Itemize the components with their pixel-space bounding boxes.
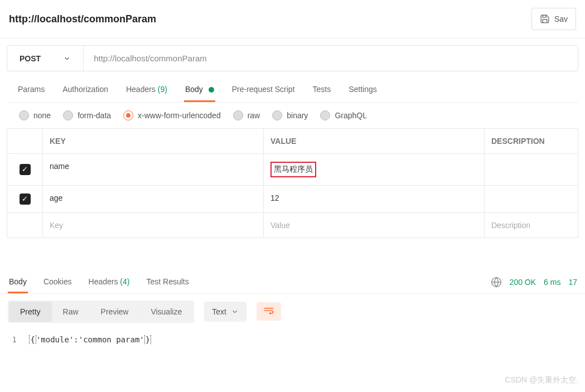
table-new-row[interactable]: Key Value Description	[7, 213, 578, 238]
code-line: {'module':'common param'}	[29, 335, 151, 344]
body-type-radios: none form-data x-www-form-urlencoded raw…	[7, 103, 578, 128]
param-key-input[interactable]: name	[43, 154, 264, 185]
view-preview[interactable]: Preview	[90, 302, 140, 322]
body-modified-dot-icon	[209, 87, 214, 93]
resp-tab-headers[interactable]: Headers (4)	[88, 272, 131, 293]
save-icon	[540, 14, 550, 24]
body-type-raw[interactable]: raw	[233, 110, 260, 120]
save-label: Sav	[554, 14, 568, 23]
resp-headers-label: Headers	[89, 277, 118, 286]
tab-body-label: Body	[185, 85, 203, 94]
header-checkbox-col	[7, 129, 43, 153]
body-type-formdata[interactable]: form-data	[63, 110, 111, 120]
body-type-urlencoded[interactable]: x-www-form-urlencoded	[123, 110, 221, 120]
body-type-graphql[interactable]: GraphQL	[320, 110, 367, 120]
table-row: ✓ age 12	[7, 186, 578, 213]
resp-tab-results[interactable]: Test Results	[145, 272, 190, 293]
param-key-input[interactable]: age	[43, 186, 264, 212]
view-visualize[interactable]: Visualize	[139, 302, 193, 322]
save-button[interactable]: Sav	[531, 8, 576, 30]
header-key: KEY	[43, 129, 264, 153]
header-desc: DESCRIPTION	[485, 129, 578, 153]
request-url-input[interactable]: http://localhost/commonParam	[84, 46, 578, 71]
http-method-select[interactable]: POST	[7, 46, 84, 71]
status-time: 6 ms	[544, 278, 560, 287]
row-checkbox[interactable]: ✓	[20, 164, 31, 175]
chevron-down-icon	[63, 55, 71, 62]
tab-headers-label: Headers	[126, 85, 156, 94]
resp-tab-cookies[interactable]: Cookies	[42, 272, 73, 293]
line-number: 1	[8, 335, 25, 344]
param-desc-input[interactable]	[485, 154, 578, 185]
globe-icon[interactable]	[491, 277, 502, 288]
param-desc-placeholder[interactable]: Description	[485, 213, 578, 238]
form-params-table: KEY VALUE DESCRIPTION ✓ name 黑马程序员 ✓ age…	[7, 128, 578, 238]
resp-headers-count: (4)	[120, 277, 129, 286]
tab-settings[interactable]: Settings	[347, 78, 378, 102]
table-header-row: KEY VALUE DESCRIPTION	[7, 129, 578, 154]
tab-headers[interactable]: Headers (9)	[125, 78, 168, 102]
body-type-binary[interactable]: binary	[272, 110, 308, 120]
wrap-icon	[263, 307, 274, 314]
radio-icon	[63, 110, 73, 120]
response-tabs: Body Cookies Headers (4) Test Results	[8, 272, 190, 293]
tab-params[interactable]: Params	[17, 78, 46, 102]
wrap-lines-button[interactable]	[257, 302, 281, 321]
new-row-checkbox-cell	[7, 213, 43, 238]
status-code: 200 OK	[510, 278, 536, 287]
response-body[interactable]: 1 {'module':'common param'}	[0, 330, 585, 350]
lang-label: Text	[212, 307, 226, 316]
tab-body[interactable]: Body	[184, 78, 215, 102]
tab-prerequest[interactable]: Pre-request Script	[231, 78, 296, 102]
param-value-input[interactable]: 黑马程序员	[264, 154, 485, 185]
chevron-down-icon	[231, 308, 239, 316]
radio-icon	[272, 110, 282, 120]
status-size: 17	[568, 278, 577, 287]
tab-authorization[interactable]: Authorization	[61, 78, 109, 102]
param-value-input[interactable]: 12	[264, 186, 485, 212]
response-view-tabs: Pretty Raw Preview Visualize	[8, 301, 194, 323]
row-checkbox[interactable]: ✓	[20, 193, 31, 205]
request-tabs: Params Authorization Headers (9) Body Pr…	[7, 78, 578, 103]
response-lang-select[interactable]: Text	[204, 302, 246, 322]
request-tab-title: http://localhost/commonParam	[9, 13, 156, 25]
radio-icon	[233, 110, 243, 120]
http-method-value: POST	[20, 54, 41, 63]
radio-selected-icon	[123, 110, 133, 120]
svg-rect-0	[543, 15, 546, 17]
header-value: VALUE	[264, 129, 485, 153]
view-raw[interactable]: Raw	[52, 302, 90, 322]
radio-icon	[19, 110, 29, 120]
param-value-placeholder[interactable]: Value	[264, 213, 485, 238]
table-row: ✓ name 黑马程序员	[7, 154, 578, 186]
view-pretty[interactable]: Pretty	[9, 302, 52, 322]
body-type-none[interactable]: none	[19, 110, 51, 120]
response-status: 200 OK 6 ms 17	[491, 277, 577, 288]
radio-icon	[320, 110, 330, 120]
resp-tab-body[interactable]: Body	[8, 272, 28, 293]
tab-headers-count: (9)	[158, 85, 167, 94]
param-desc-input[interactable]	[485, 186, 578, 212]
param-key-placeholder[interactable]: Key	[43, 213, 264, 238]
tab-tests[interactable]: Tests	[312, 78, 332, 102]
